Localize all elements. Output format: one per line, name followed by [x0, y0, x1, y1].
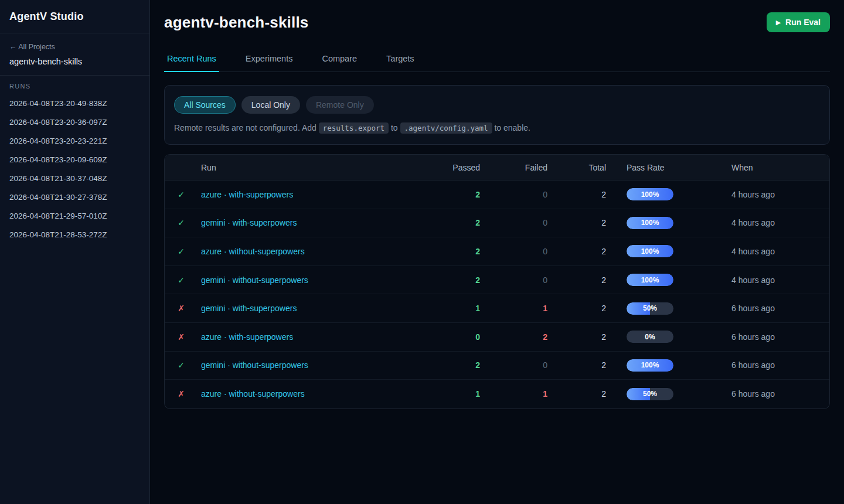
sidebar-run-item[interactable]: 2026-04-08T21-29-57-010Z [9, 206, 140, 225]
project-block: ← All Projects agentv-bench-skills [0, 33, 149, 76]
run-link[interactable]: azure · with-superpowers [201, 332, 293, 342]
run-link[interactable]: gemini · without-superpowers [201, 275, 308, 285]
sidebar-run-item[interactable]: 2026-04-08T23-20-09-609Z [9, 150, 140, 169]
pass-rate-pill: 100% [627, 217, 673, 229]
filter-pill-remote-only: Remote Only [306, 96, 374, 114]
table-body: ✓azure · with-superpowers202100%4 hours … [165, 181, 829, 408]
check-icon: ✓ [165, 275, 198, 285]
table-row: ✗gemini · with-superpowers11250%6 hours … [165, 294, 829, 323]
all-projects-link[interactable]: ← All Projects [9, 43, 55, 51]
tab-recent-runs[interactable]: Recent Runs [164, 48, 219, 72]
check-icon: ✓ [165, 218, 198, 227]
pass-rate-cell: 100% [610, 274, 724, 286]
run-name-cell: gemini · without-superpowers [198, 360, 431, 370]
pass-rate-label: 100% [641, 190, 659, 199]
run-link[interactable]: gemini · with-superpowers [201, 218, 297, 227]
failed-count: 2 [484, 332, 551, 342]
topbar: agentv-bench-skills ▶ Run Eval [164, 0, 830, 32]
total-count: 2 [551, 218, 610, 227]
pass-rate-label: 100% [641, 219, 659, 227]
pass-rate-label: 50% [643, 304, 657, 312]
code-chip-config-yaml: .agentv/config.yaml [400, 122, 492, 134]
pass-rate-pill: 100% [627, 274, 673, 286]
run-eval-label: Run Eval [785, 18, 821, 27]
pass-rate-pill: 50% [627, 388, 673, 400]
pass-rate-pill: 100% [627, 245, 673, 257]
when-cell: 6 hours ago [724, 389, 829, 399]
main-content: agentv-bench-skills ▶ Run Eval Recent Ru… [150, 0, 844, 409]
sidebar-run-item[interactable]: 2026-04-08T23-20-23-221Z [9, 131, 140, 150]
note-text: to enable. [492, 123, 530, 132]
failed-count: 1 [484, 304, 551, 313]
when-cell: 4 hours ago [724, 275, 829, 285]
run-name-cell: gemini · without-superpowers [198, 275, 431, 285]
failed-count: 0 [484, 218, 551, 227]
pass-rate-label: 50% [643, 390, 657, 398]
runs-block: RUNS 2026-04-08T23-20-49-838Z2026-04-08T… [0, 76, 149, 251]
runs-section-label: RUNS [9, 83, 140, 90]
passed-count: 2 [431, 275, 484, 285]
pass-rate-label: 100% [641, 247, 659, 256]
filter-pill-local-only[interactable]: Local Only [241, 96, 300, 114]
source-filter-card: All SourcesLocal OnlyRemote Only Remote … [164, 85, 830, 145]
col-passed-header: Passed [431, 163, 484, 172]
sidebar-run-item[interactable]: 2026-04-08T23-20-36-097Z [9, 113, 140, 131]
pass-rate-cell: 100% [610, 217, 724, 229]
passed-count: 1 [431, 389, 484, 399]
tab-targets[interactable]: Targets [383, 48, 417, 72]
col-pass-rate-header: Pass Rate [610, 163, 724, 172]
cross-icon: ✗ [165, 304, 198, 313]
total-count: 2 [551, 247, 610, 256]
passed-count: 2 [431, 218, 484, 227]
failed-count: 0 [484, 247, 551, 256]
sidebar-project-name: agentv-bench-skills [9, 57, 140, 66]
table-row: ✓azure · without-superpowers202100%4 hou… [165, 237, 829, 266]
run-link[interactable]: gemini · with-superpowers [201, 304, 297, 313]
run-name-cell: azure · without-superpowers [198, 247, 431, 256]
run-eval-button[interactable]: ▶ Run Eval [767, 12, 830, 32]
when-cell: 4 hours ago [724, 218, 829, 227]
col-when-header: When [724, 163, 829, 172]
sidebar-run-item[interactable]: 2026-04-08T21-30-37-048Z [9, 169, 140, 188]
pass-rate-label: 0% [645, 333, 655, 341]
run-link[interactable]: azure · with-superpowers [201, 190, 293, 199]
sidebar-runs-list: 2026-04-08T23-20-49-838Z2026-04-08T23-20… [9, 94, 140, 244]
run-name-cell: azure · without-superpowers [198, 389, 431, 399]
passed-count: 2 [431, 360, 484, 370]
table-row: ✓azure · with-superpowers202100%4 hours … [165, 181, 829, 209]
tab-experiments[interactable]: Experiments [243, 48, 296, 72]
pass-rate-cell: 50% [610, 302, 724, 315]
cross-icon: ✗ [165, 389, 198, 399]
run-link[interactable]: azure · without-superpowers [201, 389, 305, 399]
table-header-row: Run Passed Failed Total Pass Rate When [165, 155, 829, 181]
run-link[interactable]: gemini · without-superpowers [201, 360, 308, 370]
sidebar-run-item[interactable]: 2026-04-08T23-20-49-838Z [9, 94, 140, 113]
when-cell: 4 hours ago [724, 190, 829, 199]
when-cell: 6 hours ago [724, 332, 829, 342]
sidebar: AgentV Studio ← All Projects agentv-benc… [0, 0, 150, 504]
table-row: ✓gemini · without-superpowers202100%4 ho… [165, 266, 829, 295]
col-total-header: Total [551, 163, 610, 172]
note-text: to [389, 123, 400, 132]
play-icon: ▶ [776, 19, 781, 26]
app-title: AgentV Studio [9, 11, 140, 23]
check-icon: ✓ [165, 360, 198, 370]
remote-config-note: Remote results are not configured. Add r… [174, 123, 820, 132]
total-count: 2 [551, 389, 610, 399]
pass-rate-cell: 0% [610, 331, 724, 343]
sidebar-run-item[interactable]: 2026-04-08T21-30-27-378Z [9, 188, 140, 206]
total-count: 2 [551, 332, 610, 342]
run-link[interactable]: azure · without-superpowers [201, 247, 305, 256]
when-cell: 4 hours ago [724, 247, 829, 256]
run-name-cell: azure · with-superpowers [198, 190, 431, 199]
total-count: 2 [551, 360, 610, 370]
tab-compare[interactable]: Compare [319, 48, 360, 72]
filter-pill-all-sources[interactable]: All Sources [174, 96, 236, 114]
check-icon: ✓ [165, 247, 198, 256]
sidebar-run-item[interactable]: 2026-04-08T21-28-53-272Z [9, 225, 140, 244]
pass-rate-pill: 0% [627, 331, 673, 343]
total-count: 2 [551, 275, 610, 285]
when-cell: 6 hours ago [724, 360, 829, 370]
failed-count: 0 [484, 360, 551, 370]
page-title: agentv-bench-skills [164, 13, 309, 32]
